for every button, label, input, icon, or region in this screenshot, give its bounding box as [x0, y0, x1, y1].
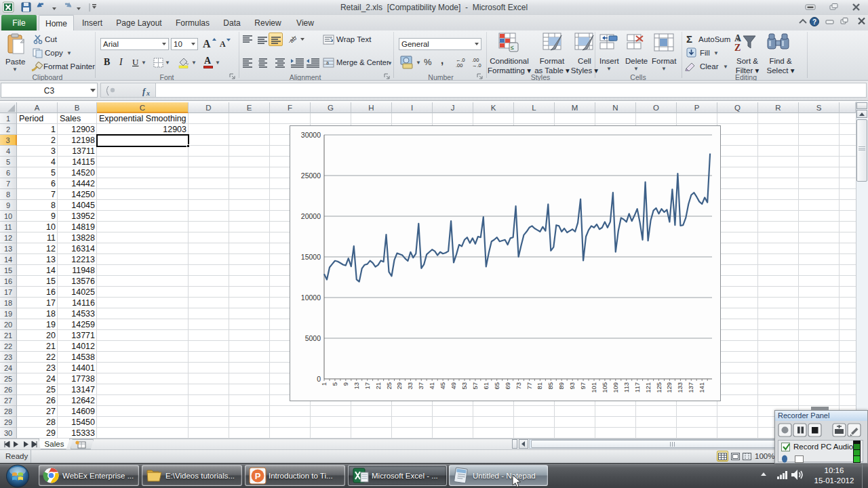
svg-text:13: 13	[353, 382, 360, 390]
svg-text:a: a	[326, 60, 329, 65]
svg-text:x: x	[146, 89, 150, 97]
svg-text:81: 81	[536, 382, 543, 390]
svg-text:5: 5	[331, 382, 338, 386]
svg-text:10000: 10000	[301, 293, 321, 302]
svg-text:141: 141	[698, 382, 705, 393]
svg-text:A: A	[203, 38, 211, 49]
svg-text:1: 1	[320, 382, 328, 386]
svg-text:17: 17	[363, 382, 371, 390]
svg-text:109: 109	[612, 382, 619, 393]
svg-text:20000: 20000	[301, 212, 321, 220]
svg-text:A: A	[220, 39, 226, 49]
svg-text:57: 57	[471, 382, 479, 390]
svg-text:113: 113	[623, 382, 630, 392]
svg-text:.00: .00	[456, 62, 462, 67]
svg-text:45: 45	[439, 382, 446, 390]
svg-text:0: 0	[317, 375, 321, 383]
svg-text:89: 89	[557, 382, 565, 390]
svg-text:9: 9	[342, 382, 349, 386]
svg-text:125: 125	[655, 382, 663, 393]
svg-text:5000: 5000	[305, 334, 321, 342]
svg-text:133: 133	[676, 382, 684, 393]
svg-text:97: 97	[579, 382, 587, 390]
svg-text:85: 85	[547, 382, 554, 390]
svg-text:A: A	[734, 33, 742, 43]
svg-text:137: 137	[687, 382, 694, 393]
svg-text:21: 21	[374, 382, 382, 390]
svg-text:≤: ≤	[511, 44, 514, 51]
svg-text:49: 49	[450, 382, 457, 390]
svg-text:41: 41	[428, 382, 435, 390]
svg-text:25000: 25000	[301, 171, 321, 180]
svg-text:37: 37	[417, 382, 425, 390]
svg-text:93: 93	[568, 382, 576, 390]
svg-text:129: 129	[665, 382, 673, 393]
svg-text:69: 69	[504, 382, 511, 390]
svg-text:101: 101	[590, 382, 597, 393]
svg-text:→.0: →.0	[472, 62, 481, 67]
svg-text:ab: ab	[288, 35, 298, 44]
svg-text:121: 121	[644, 382, 652, 393]
svg-text:?: ?	[812, 18, 816, 26]
svg-text:Z: Z	[734, 43, 741, 53]
svg-text:117: 117	[633, 382, 641, 392]
svg-text:73: 73	[515, 382, 522, 390]
svg-text:61: 61	[482, 382, 490, 390]
svg-text:P: P	[255, 471, 261, 481]
svg-text:53: 53	[460, 382, 468, 390]
svg-text:105: 105	[601, 382, 608, 393]
svg-text:77: 77	[526, 382, 533, 390]
svg-text:29: 29	[395, 382, 403, 390]
svg-text:25: 25	[385, 382, 393, 390]
svg-text:33: 33	[406, 382, 414, 390]
svg-text:15000: 15000	[301, 253, 321, 261]
svg-text:65: 65	[493, 382, 500, 390]
svg-text:30000: 30000	[301, 131, 321, 139]
